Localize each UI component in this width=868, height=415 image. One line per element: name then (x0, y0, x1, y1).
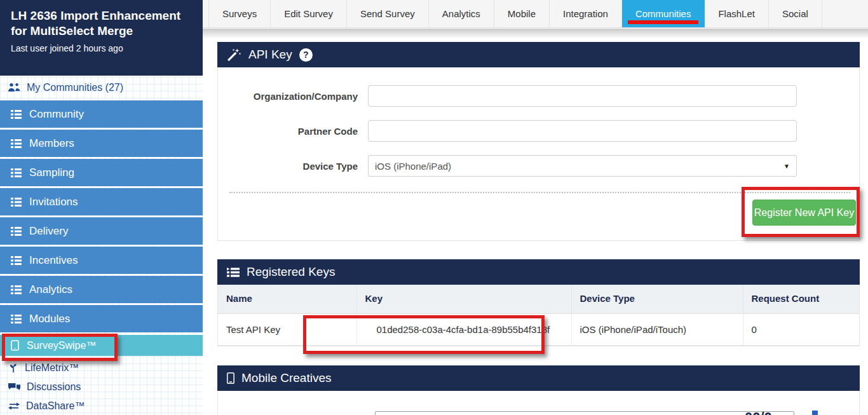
community-subtitle: Last user joined 2 hours ago (11, 43, 192, 53)
api-key-panel-header: API Key ? (217, 42, 860, 67)
table-header-row: Name Key Device Type Request Count (218, 284, 859, 313)
my-communities-label: My Communities (27) (27, 82, 123, 93)
list-detail-icon (227, 268, 240, 277)
register-new-api-key-button[interactable]: Register New API Key (752, 200, 856, 226)
annotation-underline-communities (628, 20, 699, 24)
magic-wand-icon (227, 48, 241, 62)
cell-device-type: iOS (iPhone/iPad/iTouch) (571, 313, 743, 345)
list-icon (11, 168, 22, 177)
organization-label: Organization/Company (218, 91, 368, 102)
device-type-label: Device Type (218, 161, 368, 172)
sidebar-item-analytics[interactable]: Analytics (0, 276, 203, 303)
sidebar-item-label: Delivery (29, 225, 68, 238)
help-icon[interactable]: ? (299, 48, 313, 62)
sidebar-item-label: Modules (29, 313, 70, 325)
list-icon (11, 285, 22, 294)
sidebar-item-label: Discussions (27, 381, 81, 393)
list-icon (11, 110, 22, 119)
mobile-phone-icon (227, 372, 234, 384)
list-icon (11, 198, 22, 207)
plant-icon (8, 363, 18, 373)
column-header-name: Name (218, 284, 356, 313)
tab-communities[interactable]: Communities (622, 0, 705, 27)
chat-bubbles-icon (8, 383, 20, 392)
sidebar-item-community[interactable]: Community (0, 100, 203, 128)
tab-edit-survey[interactable]: Edit Survey (271, 0, 347, 27)
sidebar-item-discussions[interactable]: Discussions (0, 380, 203, 394)
list-icon (11, 227, 22, 236)
sidebar-menu: Community Members Sampling Invitations D… (0, 100, 203, 356)
mobile-creatives-panel-header: Mobile Creatives (217, 365, 860, 391)
list-icon (11, 256, 22, 265)
tab-mobile[interactable]: Mobile (494, 0, 550, 27)
partner-code-label: Partner Code (218, 126, 368, 137)
device-type-select[interactable]: iOS (iPhone/iPad) ▼ (368, 155, 797, 177)
api-key-form: Organization/Company Partner Code Device… (218, 67, 859, 193)
registered-keys-panel-header: Registered Keys (217, 259, 860, 285)
cell-request-count: 0 (743, 313, 859, 345)
sidebar-item-label: LifeMetrix™ (25, 362, 79, 374)
sidebar-item-delivery[interactable]: Delivery (0, 217, 203, 245)
nav-shadow-band (203, 29, 868, 39)
sidebar-item-label: Incentives (29, 254, 78, 267)
sidebar-item-invitations[interactable]: Invitations (0, 188, 203, 215)
registered-keys-panel-title: Registered Keys (247, 265, 335, 279)
column-header-request-count: Request Count (743, 284, 859, 313)
api-key-panel-title: API Key (248, 48, 292, 62)
tab-surveys[interactable]: Surveys (208, 0, 271, 27)
column-header-device-type: Device Type (571, 284, 743, 313)
partner-code-input[interactable] (368, 120, 797, 142)
sidebar-item-label: DataShare™ (26, 400, 85, 412)
sidebar: LH 2636 Import Enhancement for MultiSele… (0, 0, 203, 415)
sidebar-item-label: Sampling (29, 167, 74, 179)
tab-integration[interactable]: Integration (550, 0, 622, 27)
sidebar-item-lifemetrix[interactable]: LifeMetrix™ (0, 361, 203, 375)
community-title: LH 2636 Import Enhancement for MultiSele… (11, 8, 192, 39)
tab-send-survey[interactable]: Send Survey (347, 0, 429, 27)
my-communities-link[interactable]: My Communities (27) (0, 76, 203, 99)
sidebar-item-modules[interactable]: Modules (0, 305, 203, 332)
communities-api-key-page: LH 2636 Import Enhancement for MultiSele… (0, 0, 868, 415)
sidebar-item-datashare[interactable]: DataShare™ (0, 399, 203, 413)
mobile-creatives-panel: Mobile Creatives (217, 365, 860, 415)
sidebar-item-members[interactable]: Members (0, 130, 203, 157)
form-row-partner-code: Partner Code (218, 120, 859, 142)
tab-analytics[interactable]: Analytics (429, 0, 494, 27)
sidebar-item-label: Invitations (29, 196, 78, 208)
transfer-arrows-icon (8, 402, 20, 410)
annotation-box-api-key (303, 315, 545, 354)
tab-flashlet[interactable]: FlashLet (705, 0, 769, 27)
mobile-creatives-panel-title: Mobile Creatives (241, 371, 332, 385)
sidebar-item-label: Analytics (29, 283, 72, 296)
chevron-down-icon: ▼ (783, 163, 790, 170)
partial-counter-text: 00/0 (745, 409, 772, 415)
list-icon (11, 139, 22, 148)
tab-communities-label: Communities (635, 8, 691, 19)
list-icon (11, 315, 22, 323)
tab-social[interactable]: Social (769, 0, 822, 27)
column-header-key: Key (356, 284, 571, 313)
sidebar-links: LifeMetrix™ Discussions DataShare™ (0, 361, 203, 413)
device-type-selected-value: iOS (iPhone/iPad) (375, 161, 451, 172)
sidebar-item-incentives[interactable]: Incentives (0, 247, 203, 274)
annotation-box-surveyswipe (2, 334, 118, 361)
form-row-device-type: Device Type iOS (iPhone/iPad) ▼ (218, 155, 859, 177)
community-header: LH 2636 Import Enhancement for MultiSele… (0, 0, 203, 76)
sidebar-item-sampling[interactable]: Sampling (0, 159, 203, 186)
organization-input[interactable] (368, 85, 797, 107)
mobile-creatives-select[interactable]: Select (375, 411, 794, 415)
sidebar-item-label: Community (29, 108, 84, 121)
sidebar-item-label: Members (29, 137, 74, 150)
partial-blue-element (812, 411, 818, 415)
top-navigation: Surveys Edit Survey Send Survey Analytic… (203, 0, 868, 28)
users-group-icon (8, 83, 21, 92)
form-row-organization: Organization/Company (218, 85, 859, 107)
